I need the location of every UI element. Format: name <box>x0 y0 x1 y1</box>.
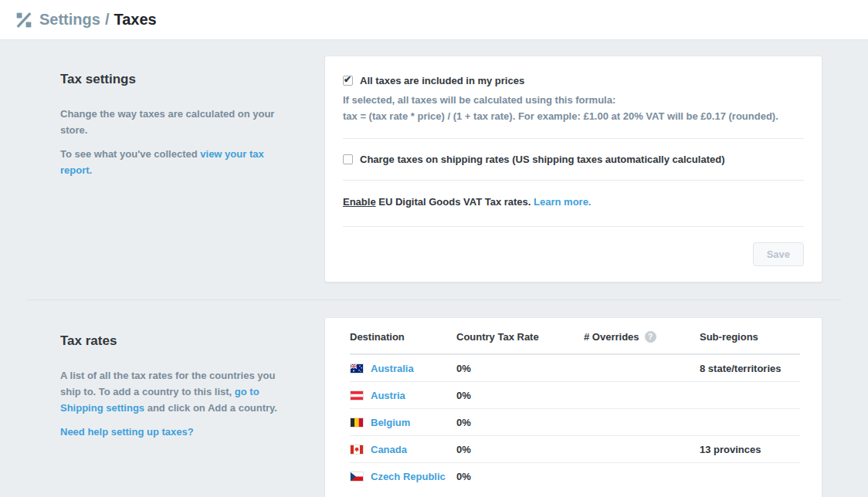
tax-settings-panel: ✔ All taxes are included in my prices If… <box>324 56 822 282</box>
header-bar: Settings / Taxes <box>0 0 868 40</box>
flag-austria-icon <box>350 390 364 401</box>
tax-report-paragraph: To see what you've collected view your t… <box>60 146 284 178</box>
tax-settings-section: Tax settings Change the way taxes are ca… <box>0 56 868 282</box>
flag-canada-icon <box>350 445 364 455</box>
shipping-taxes-block: ✔ Charge taxes on shipping rates (US shi… <box>343 138 804 180</box>
flag-czech-republic-icon <box>350 472 364 482</box>
column-header-country-tax-rate: Country Tax Rate <box>456 331 584 343</box>
tax-settings-heading: Tax settings <box>60 72 284 87</box>
tax-settings-description: Change the way taxes are calculated on y… <box>60 106 284 138</box>
table-row-austria: Austria 0% <box>350 381 800 408</box>
checkmark-icon: ✔ <box>344 74 351 85</box>
overrides-header-label: # Overrides <box>584 331 639 343</box>
save-button[interactable]: Save <box>753 242 804 266</box>
taxes-included-checkbox[interactable]: ✔ <box>343 76 353 86</box>
shipping-taxes-label[interactable]: Charge taxes on shipping rates (US shipp… <box>360 154 724 166</box>
tax-rate-value: 0% <box>456 471 584 482</box>
need-help-link[interactable]: Need help setting up taxes? <box>60 426 194 438</box>
tax-rate-value: 0% <box>456 390 584 401</box>
country-link-australia[interactable]: Australia <box>371 363 414 374</box>
column-header-subregions: Sub-regions <box>700 331 800 343</box>
page-title: Taxes <box>114 11 156 29</box>
column-header-overrides: # Overrides ? <box>584 331 700 343</box>
table-header-row: Destination Country Tax Rate # Overrides… <box>350 318 800 354</box>
table-row-czech-republic: Czech Republic 0% <box>350 462 800 489</box>
percent-taxes-icon <box>15 12 32 29</box>
tax-rates-heading: Tax rates <box>60 333 284 349</box>
tax-rates-panel: Destination Country Tax Rate # Overrides… <box>324 317 822 497</box>
section-divider <box>27 299 841 300</box>
shipping-taxes-checkbox[interactable]: ✔ <box>343 154 353 164</box>
tax-report-prefix: To see what you've collected <box>60 148 200 160</box>
breadcrumb-separator: / <box>105 11 110 29</box>
tax-help-paragraph: Need help setting up taxes? <box>60 424 284 440</box>
table-row-canada: Canada 0% 13 provinces <box>350 435 800 462</box>
country-link-belgium[interactable]: Belgium <box>371 417 410 428</box>
table-row-australia: Australia 0% 8 state/territories <box>350 354 800 381</box>
learn-more-link[interactable]: Learn more. <box>534 196 591 208</box>
country-link-canada[interactable]: Canada <box>371 444 407 455</box>
tax-rates-section: Tax rates A list of all the tax rates fo… <box>0 317 868 497</box>
subregions-value: 13 provinces <box>700 444 800 455</box>
overrides-help-icon[interactable]: ? <box>645 331 656 343</box>
page-content: Tax settings Change the way taxes are ca… <box>0 40 868 497</box>
enable-eu-vat-link[interactable]: Enable <box>343 196 376 208</box>
save-row: Save <box>343 226 804 266</box>
flag-belgium-icon <box>350 418 364 428</box>
taxes-included-help-line2: tax = (tax rate * price) / (1 + tax rate… <box>343 108 804 124</box>
subregions-value: 8 state/territories <box>700 363 800 374</box>
tax-rates-sidebar: Tax rates A list of all the tax rates fo… <box>60 317 324 497</box>
taxes-included-help-line1: If selected, all taxes will be calculate… <box>343 92 804 108</box>
tax-rate-value: 0% <box>456 444 584 455</box>
taxes-included-block: ✔ All taxes are included in my prices If… <box>343 75 804 138</box>
table-row-belgium: Belgium 0% <box>350 408 800 435</box>
tax-rate-value: 0% <box>456 363 584 374</box>
breadcrumb-settings[interactable]: Settings <box>39 11 100 29</box>
tax-rate-value: 0% <box>456 417 584 428</box>
tax-rates-desc-suffix: and click on Add a country. <box>144 402 277 414</box>
flag-australia-icon <box>350 363 364 374</box>
column-header-destination: Destination <box>350 331 456 343</box>
country-link-austria[interactable]: Austria <box>371 390 405 401</box>
eu-vat-block: Enable EU Digital Goods VAT Tax rates. L… <box>343 180 804 226</box>
country-link-czech-republic[interactable]: Czech Republic <box>371 471 446 482</box>
tax-rates-description: A list of all the tax rates for the coun… <box>60 367 284 416</box>
tax-settings-sidebar: Tax settings Change the way taxes are ca… <box>60 56 324 282</box>
taxes-included-label[interactable]: All taxes are included in my prices <box>360 75 524 87</box>
eu-vat-text: EU Digital Goods VAT Tax rates. <box>376 196 534 208</box>
